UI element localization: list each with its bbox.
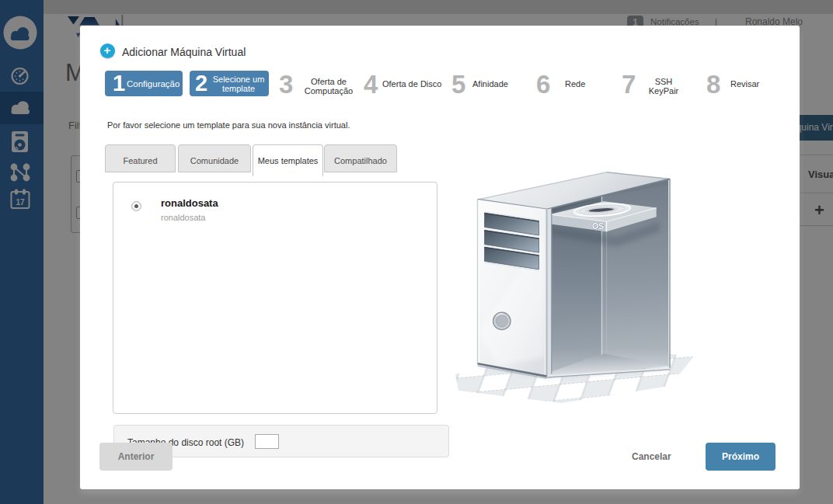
svg-text:OS: OS [592,221,604,231]
